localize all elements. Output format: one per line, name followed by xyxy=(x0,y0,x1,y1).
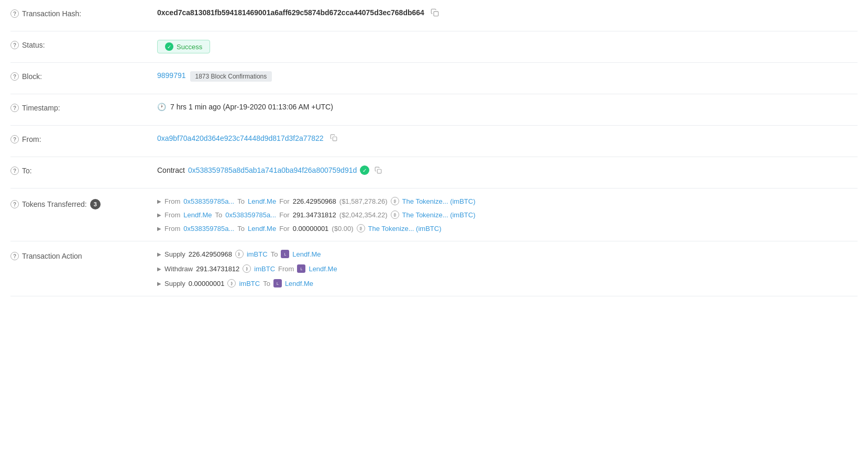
clock-icon: 🕐 xyxy=(157,103,166,111)
imbtc-icon-2: ₿ xyxy=(243,264,251,273)
tokens-label-main: Tokens Transferred: xyxy=(22,200,87,208)
token-name-link-3[interactable]: The Tokenize... (imBTC) xyxy=(368,225,442,232)
action-type-2: Withdraw xyxy=(164,265,193,273)
status-check-icon: ✓ xyxy=(165,42,173,51)
action-type-1: Supply xyxy=(164,250,185,258)
action-label-text: Transaction Action xyxy=(22,252,82,260)
tokens-label-text: Tokens Transferred: 3 xyxy=(22,199,101,209)
token-amount-1: 226.42950968 xyxy=(293,197,336,205)
tokens-transferred-label: ? Tokens Transferred: 3 xyxy=(10,197,157,209)
help-icon-block[interactable]: ? xyxy=(10,72,19,81)
for-keyword-2: For xyxy=(279,211,290,219)
help-icon-hash[interactable]: ? xyxy=(10,9,19,18)
help-icon-to[interactable]: ? xyxy=(10,167,19,175)
timestamp-value: 7 hrs 1 min ago (Apr-19-2020 01:13:06 AM… xyxy=(170,103,333,111)
token-arrow-1: ▶ xyxy=(157,198,161,204)
block-label: ? Block: xyxy=(10,71,157,81)
status-label-text: Status: xyxy=(22,41,45,49)
action-target-link-2[interactable]: Lendf.Me xyxy=(309,265,337,273)
action-direction-2: From xyxy=(278,265,294,273)
svg-rect-0 xyxy=(434,12,438,16)
token-coin-icon-3: ₿ xyxy=(357,224,365,232)
token-coin-icon-1: ₿ xyxy=(391,197,399,205)
hash-label-text: Transaction Hash: xyxy=(22,9,81,18)
timestamp-value-col: 🕐 7 hrs 1 min ago (Apr-19-2020 01:13:06 … xyxy=(157,103,858,111)
token-to-name-1[interactable]: Lendf.Me xyxy=(248,197,276,205)
help-icon-status[interactable]: ? xyxy=(10,41,19,49)
action-row-3: ▶ Supply 0.00000001 ₿ imBTC To L Lendf.M… xyxy=(157,279,858,287)
token-from-addr-1[interactable]: 0x538359785a... xyxy=(183,197,234,205)
action-arrow-3: ▶ xyxy=(157,281,161,286)
action-target-link-1[interactable]: Lendf.Me xyxy=(292,250,321,258)
from-address-link[interactable]: 0xa9bf70a420d364e923c74448d9d817d3f2a778… xyxy=(157,134,324,142)
transaction-action-label: ? Transaction Action xyxy=(10,250,157,260)
tokens-value-col: ▶ From 0x538359785a... To Lendf.Me For 2… xyxy=(157,197,858,232)
transaction-action-row: ? Transaction Action ▶ Supply 226.429509… xyxy=(10,241,858,296)
token-arrow-3: ▶ xyxy=(157,226,161,231)
imbtc-icon-1: ₿ xyxy=(235,250,244,258)
action-direction-1: To xyxy=(271,250,278,258)
svg-rect-1 xyxy=(333,137,337,141)
status-label: ? Status: xyxy=(10,40,157,49)
token-name-link-1[interactable]: The Tokenize... (imBTC) xyxy=(402,197,476,205)
token-row-1: ▶ From 0x538359785a... To Lendf.Me For 2… xyxy=(157,197,858,205)
help-icon-action[interactable]: ? xyxy=(10,252,19,260)
status-text: Success xyxy=(177,43,202,51)
from-keyword-2: From xyxy=(164,211,180,219)
to-value-col: Contract 0x538359785a8d5ab1a741a0ba94f26… xyxy=(157,165,858,175)
copy-from-icon[interactable] xyxy=(330,134,337,141)
lendf-icon-1: L xyxy=(281,250,289,258)
svg-rect-2 xyxy=(378,169,382,173)
token-amount-2: 291.34731812 xyxy=(293,211,336,219)
action-token-link-3[interactable]: imBTC xyxy=(239,280,260,287)
lendf-icon-3: L xyxy=(273,279,282,287)
for-keyword-3: For xyxy=(279,225,290,232)
block-row: ? Block: 9899791 1873 Block Confirmation… xyxy=(10,63,858,94)
token-to-name-3[interactable]: Lendf.Me xyxy=(248,225,276,232)
action-arrow-1: ▶ xyxy=(157,251,161,257)
help-icon-from[interactable]: ? xyxy=(10,135,19,143)
block-number-link[interactable]: 9899791 xyxy=(157,71,186,80)
from-row: ? From: 0xa9bf70a420d364e923c74448d9d817… xyxy=(10,126,858,157)
from-label-text: From: xyxy=(22,135,41,143)
copy-hash-icon[interactable] xyxy=(431,8,439,17)
token-row-2: ▶ From Lendf.Me To 0x538359785a... For 2… xyxy=(157,211,858,219)
status-row: ? Status: ✓ Success xyxy=(10,31,858,63)
for-keyword-1: For xyxy=(279,197,290,205)
token-usd-3: ($0.00) xyxy=(332,225,353,232)
token-amount-3: 0.00000001 xyxy=(293,225,329,232)
token-arrow-2: ▶ xyxy=(157,212,161,218)
token-from-addr-3[interactable]: 0x538359785a... xyxy=(183,225,234,232)
transaction-hash-row: ? Transaction Hash: 0xced7ca813081fb5941… xyxy=(10,0,858,31)
to-row: ? To: Contract 0x538359785a8d5ab1a741a0b… xyxy=(10,157,858,189)
token-to-addr-2[interactable]: 0x538359785a... xyxy=(225,211,276,219)
action-arrow-2: ▶ xyxy=(157,266,161,272)
timestamp-label: ? Timestamp: xyxy=(10,103,157,112)
action-row-1: ▶ Supply 226.42950968 ₿ imBTC To L Lendf… xyxy=(157,250,858,258)
token-row-3: ▶ From 0x538359785a... To Lendf.Me For 0… xyxy=(157,224,858,232)
from-label: ? From: xyxy=(10,134,157,143)
token-coin-icon-2: ₿ xyxy=(391,211,399,219)
action-direction-3: To xyxy=(263,280,270,287)
action-token-link-1[interactable]: imBTC xyxy=(247,250,268,258)
copy-to-icon[interactable] xyxy=(375,167,382,174)
block-label-text: Block: xyxy=(22,72,42,81)
to-keyword-3: To xyxy=(237,225,245,232)
action-target-link-3[interactable]: Lendf.Me xyxy=(285,280,313,287)
action-token-link-2[interactable]: imBTC xyxy=(254,265,275,273)
help-icon-timestamp[interactable]: ? xyxy=(10,104,19,112)
token-from-name-2[interactable]: Lendf.Me xyxy=(183,211,212,219)
to-address-link[interactable]: 0x538359785a8d5ab1a741a0ba94f26a800759d9… xyxy=(188,166,357,174)
action-amount-2: 291.34731812 xyxy=(196,265,239,273)
from-keyword-1: From xyxy=(164,197,180,205)
action-row-2: ▶ Withdraw 291.34731812 ₿ imBTC From L L… xyxy=(157,264,858,273)
block-confirmations-badge: 1873 Block Confirmations xyxy=(190,71,272,82)
verified-icon: ✓ xyxy=(360,165,369,175)
token-usd-1: ($1,587,278.26) xyxy=(339,197,388,205)
help-icon-tokens[interactable]: ? xyxy=(10,200,19,208)
token-name-link-2[interactable]: The Tokenize... (imBTC) xyxy=(402,211,476,219)
to-label-text: To: xyxy=(22,167,32,175)
status-value-col: ✓ Success xyxy=(157,40,858,53)
tokens-transferred-row: ? Tokens Transferred: 3 ▶ From 0x5383597… xyxy=(10,189,858,241)
from-value-col: 0xa9bf70a420d364e923c74448d9d817d3f2a778… xyxy=(157,134,858,142)
